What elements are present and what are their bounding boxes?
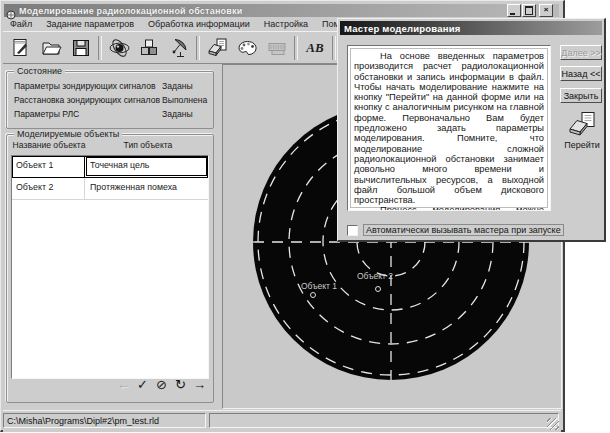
status-value: Заданы bbox=[162, 81, 193, 91]
media-button-disabled bbox=[262, 33, 292, 62]
status-row: Расстановка зондирующих сигналов Выполне… bbox=[14, 95, 207, 105]
column-header-name: Название объекта bbox=[11, 140, 87, 155]
objects-table: Объект 1 Точечная цель Объект 2 Протяжен… bbox=[11, 155, 209, 379]
wizard-dialog: Мастер моделирования На основе введенных… bbox=[337, 18, 606, 242]
font-icon: AB bbox=[306, 40, 323, 56]
status-value: Выполнена bbox=[162, 95, 207, 105]
object-name-cell: Объект 2 bbox=[12, 178, 85, 199]
wizard-paragraph: На основе введенных параметров производи… bbox=[354, 51, 544, 205]
back-button[interactable]: Назад << bbox=[560, 66, 602, 81]
go-modeling-button[interactable] bbox=[202, 33, 232, 62]
object-name-cell: Объект 1 bbox=[12, 156, 85, 177]
confirm-icon[interactable]: ✓ bbox=[135, 378, 150, 392]
object-type-cell: Точечная цель bbox=[85, 156, 208, 177]
status-row: Параметры зондирующих сигналов Заданы bbox=[14, 81, 207, 91]
radar-object-label: Объект 1 bbox=[301, 281, 337, 291]
radar-dish-icon bbox=[168, 37, 191, 59]
status-bar-file-panel: C:\Misha\Programs\Dipl#2\pm_test.rld bbox=[3, 413, 206, 428]
titlebar: Моделирование радиолокационной обстановк… bbox=[4, 4, 559, 17]
status-row: Параметры РЛС Заданы bbox=[14, 109, 207, 119]
refresh-icon[interactable]: ↻ bbox=[173, 378, 188, 392]
minimize-icon bbox=[510, 13, 515, 15]
go-button-label: Перейти bbox=[564, 140, 600, 150]
desktop: Моделирование радиолокационной обстановк… bbox=[0, 0, 610, 433]
menu-item-parameters[interactable]: Задание параметров bbox=[39, 19, 141, 29]
wizard-title: Мастер моделирования bbox=[344, 23, 460, 34]
radar-button[interactable] bbox=[164, 33, 194, 62]
go-button[interactable]: Перейти bbox=[562, 111, 602, 150]
menu-item-settings[interactable]: Настройка bbox=[257, 19, 315, 29]
palette-icon bbox=[236, 37, 259, 59]
signals-view-icon bbox=[108, 37, 131, 59]
status-label: Параметры зондирующих сигналов bbox=[14, 81, 156, 91]
objects-groupbox: Моделируемые объекты Название объекта Ти… bbox=[6, 134, 214, 403]
status-group-title: Состояние bbox=[14, 66, 65, 76]
resize-grip[interactable] bbox=[547, 418, 559, 430]
objects-cubes-icon bbox=[138, 37, 160, 59]
objects-button[interactable] bbox=[134, 33, 164, 62]
menu-item-processing[interactable]: Обработка информации bbox=[141, 19, 257, 29]
close-button[interactable]: × bbox=[539, 4, 553, 17]
go-computer-icon bbox=[206, 37, 229, 59]
app-icon bbox=[6, 6, 16, 16]
object-type-cell: Протяженная помеха bbox=[85, 178, 208, 199]
table-row[interactable]: Объект 2 Протяженная помеха bbox=[12, 178, 208, 200]
toolbar-separator bbox=[294, 36, 298, 60]
objects-group-title: Моделируемые объекты bbox=[14, 129, 122, 139]
save-floppy-icon bbox=[70, 37, 92, 59]
open-file-button[interactable] bbox=[36, 33, 66, 62]
toolbar-separator bbox=[98, 36, 102, 60]
maximize-button[interactable] bbox=[522, 4, 536, 17]
radar-object-label: Объект 2 bbox=[357, 271, 393, 281]
wizard-paragraph: Процесс моделирования можно будет остано… bbox=[354, 205, 544, 211]
status-label: Расстановка зондирующих сигналов bbox=[14, 95, 160, 105]
wizard-text-box: На основе введенных параметров производи… bbox=[347, 45, 551, 211]
status-value: Заданы bbox=[162, 109, 193, 119]
next-record-icon[interactable]: → bbox=[192, 378, 207, 392]
objects-table-header: Название объекта Тип объекта bbox=[11, 140, 209, 155]
status-groupbox: Состояние Параметры зондирующих сигналов… bbox=[6, 71, 214, 129]
font-button[interactable]: AB bbox=[300, 33, 330, 62]
palette-button[interactable] bbox=[232, 33, 262, 62]
autostart-checkbox-label[interactable]: Автоматически вызывать мастера при запус… bbox=[363, 224, 564, 236]
close-wizard-button[interactable]: Закрыть bbox=[560, 88, 602, 103]
new-document-button[interactable] bbox=[6, 33, 36, 62]
toolbar-separator bbox=[196, 36, 200, 60]
next-button: Далее >> bbox=[560, 45, 602, 60]
table-row[interactable]: Объект 1 Точечная цель bbox=[12, 156, 208, 178]
signals-view-button[interactable] bbox=[104, 33, 134, 62]
minimize-button[interactable] bbox=[507, 4, 521, 17]
media-icon bbox=[266, 37, 289, 59]
go-computer-icon bbox=[567, 111, 597, 139]
window-title: Моделирование радиолокационной обстановк… bbox=[19, 6, 242, 16]
new-document-icon bbox=[10, 37, 32, 59]
autostart-checkbox[interactable] bbox=[347, 225, 358, 236]
column-header-type: Тип объекта bbox=[87, 140, 209, 155]
window-controls: × bbox=[507, 4, 553, 17]
status-bar: C:\Misha\Programs\Dipl#2\pm_test.rld bbox=[3, 410, 561, 432]
maximize-icon bbox=[525, 6, 533, 15]
prev-record-icon: ← bbox=[116, 378, 131, 392]
status-bar-empty-panel bbox=[209, 413, 559, 428]
file-path: C:\Misha\Programs\Dipl#2\pm_test.rld bbox=[7, 416, 159, 426]
toolbar-separator bbox=[332, 36, 336, 60]
save-button[interactable] bbox=[66, 33, 96, 62]
record-navigator: ← ✓ ⊘ ↻ → bbox=[116, 378, 207, 392]
status-label: Параметры РЛС bbox=[14, 109, 79, 119]
menu-item-file[interactable]: Файл bbox=[3, 19, 39, 29]
open-folder-icon bbox=[40, 37, 63, 59]
cancel-icon[interactable]: ⊘ bbox=[154, 378, 169, 392]
autostart-checkbox-row: Автоматически вызывать мастера при запус… bbox=[347, 224, 564, 236]
wizard-titlebar[interactable]: Мастер моделирования bbox=[340, 21, 602, 35]
